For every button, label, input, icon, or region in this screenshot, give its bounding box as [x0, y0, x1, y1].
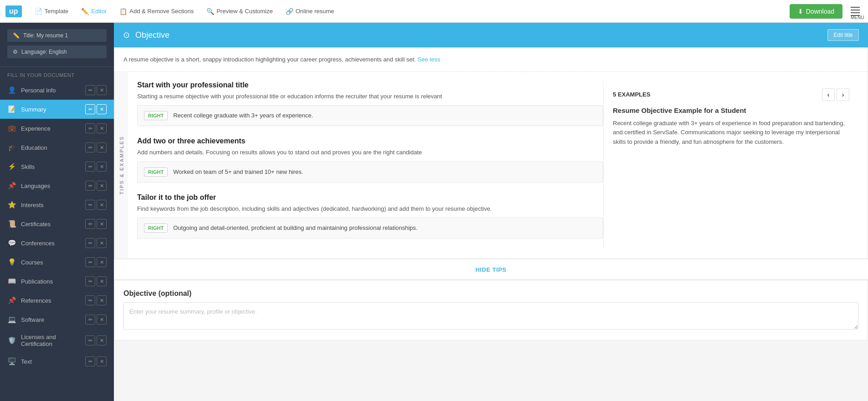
- tip-1-right-text: Recent college graduate with 3+ years of…: [173, 111, 313, 120]
- language-button[interactable]: ⚙ Language: English: [7, 46, 107, 58]
- preview-icon: 🔍: [206, 8, 214, 15]
- references-remove[interactable]: ✕: [97, 295, 107, 305]
- template-icon: 📄: [35, 8, 42, 15]
- references-edit[interactable]: ✏: [85, 295, 95, 305]
- education-edit[interactable]: ✏: [85, 142, 95, 152]
- references-actions: ✏ ✕: [85, 295, 107, 305]
- summary-edit[interactable]: ✏: [85, 104, 95, 114]
- nav-items: 📄 Template ✏️ Editor 📋 Add & Remove Sect…: [29, 5, 790, 18]
- sidebar-item-personal-info[interactable]: 👤 Personal Info ✏ ✕: [0, 81, 114, 100]
- tip-block-1: Start with your professional title Start…: [137, 81, 603, 127]
- nav-right: ⬇ Download MENU: [790, 4, 863, 19]
- education-icon: 🎓: [7, 143, 16, 152]
- tip-2-example: RIGHT Worked on team of 5+ and trained 1…: [137, 162, 603, 183]
- sidebar-item-publications[interactable]: 📖 Publications ✏ ✕: [0, 272, 114, 291]
- experience-remove[interactable]: ✕: [97, 123, 107, 133]
- examples-count: 5 EXAMPLES: [613, 91, 650, 98]
- examples-prev-button[interactable]: ‹: [822, 88, 835, 101]
- experience-icon: 💼: [7, 124, 16, 132]
- courses-actions: ✏ ✕: [85, 257, 107, 267]
- education-remove[interactable]: ✕: [97, 142, 107, 152]
- licenses-remove[interactable]: ✕: [97, 335, 107, 345]
- examples-next-button[interactable]: ›: [837, 88, 849, 101]
- nav-template[interactable]: 📄 Template: [29, 5, 74, 18]
- nav-preview[interactable]: 🔍 Preview & Customize: [201, 5, 278, 18]
- skills-remove[interactable]: ✕: [97, 162, 107, 172]
- tips-section: A resume objective is a short, snappy in…: [114, 47, 868, 259]
- conferences-remove[interactable]: ✕: [97, 238, 107, 248]
- objective-icon: ⊙: [123, 30, 130, 40]
- text-edit[interactable]: ✏: [85, 356, 95, 366]
- section-title: Objective: [135, 30, 169, 40]
- certificates-actions: ✏ ✕: [85, 219, 107, 229]
- sidebar-item-certificates[interactable]: 📜 Certificates ✏ ✕: [0, 214, 114, 233]
- sidebar-item-skills[interactable]: ⚡ Skills ✏ ✕: [0, 157, 114, 176]
- tips-content: Start with your professional title Start…: [128, 72, 868, 259]
- sidebar-item-education[interactable]: 🎓 Education ✏ ✕: [0, 138, 114, 157]
- download-icon: ⬇: [798, 8, 803, 15]
- skills-edit[interactable]: ✏: [85, 162, 95, 172]
- interests-remove[interactable]: ✕: [97, 200, 107, 210]
- download-button[interactable]: ⬇ Download: [790, 4, 842, 19]
- sidebar-item-interests[interactable]: ⭐ Interests ✏ ✕: [0, 195, 114, 214]
- tip-2-title: Add two or three achievements: [137, 137, 603, 145]
- tip-3-title: Tailor it to the job offer: [137, 193, 603, 202]
- personal-info-edit[interactable]: ✏: [85, 85, 95, 95]
- licenses-actions: ✏ ✕: [85, 335, 107, 345]
- sidebar-item-licenses[interactable]: 🛡️ Licenses and Certification ✏ ✕: [0, 329, 114, 352]
- languages-actions: ✏ ✕: [85, 181, 107, 191]
- nav-online-resume[interactable]: 🔗 Online resume: [280, 5, 340, 18]
- publications-remove[interactable]: ✕: [97, 276, 107, 286]
- sidebar-item-software[interactable]: 💻 Software ✏ ✕: [0, 310, 114, 329]
- experience-actions: ✏ ✕: [85, 123, 107, 133]
- sidebar-item-references[interactable]: 📌 References ✏ ✕: [0, 291, 114, 310]
- sidebar-item-experience[interactable]: 💼 Experience ✏ ✕: [0, 119, 114, 138]
- conferences-edit[interactable]: ✏: [85, 238, 95, 248]
- nav-add-remove[interactable]: 📋 Add & Remove Sections: [114, 5, 199, 18]
- text-remove[interactable]: ✕: [97, 356, 107, 366]
- languages-remove[interactable]: ✕: [97, 181, 107, 191]
- tip-1-title: Start with your professional title: [137, 81, 603, 89]
- sidebar-item-conferences[interactable]: 💬 Conferences ✏ ✕: [0, 233, 114, 253]
- references-icon: 📌: [7, 296, 16, 305]
- publications-edit[interactable]: ✏: [85, 276, 95, 286]
- sidebar-item-languages[interactable]: 📌 Languages ✏ ✕: [0, 176, 114, 195]
- sidebar-top: ✏️ Title: My resume 1 ⚙ Language: Englis…: [0, 23, 114, 67]
- languages-edit[interactable]: ✏: [85, 181, 95, 191]
- hide-tips-button[interactable]: HIDE TIPS: [475, 266, 506, 273]
- tip-block-3: Tailor it to the job offer Find keywords…: [137, 193, 603, 239]
- globe-icon: ⚙: [13, 49, 18, 55]
- certificates-edit[interactable]: ✏: [85, 219, 95, 229]
- summary-remove[interactable]: ✕: [97, 104, 107, 114]
- software-edit[interactable]: ✏: [85, 315, 95, 325]
- objective-section: Objective (optional): [114, 280, 868, 340]
- edit-title-button[interactable]: Edit title: [827, 29, 859, 41]
- tip-1-right-badge: RIGHT: [144, 111, 168, 120]
- personal-info-actions: ✏ ✕: [85, 85, 107, 95]
- online-resume-icon: 🔗: [286, 8, 293, 15]
- courses-remove[interactable]: ✕: [97, 257, 107, 267]
- hide-tips-bar: HIDE TIPS: [114, 259, 868, 280]
- see-less-link[interactable]: See less: [417, 56, 440, 63]
- experience-edit[interactable]: ✏: [85, 123, 95, 133]
- software-remove[interactable]: ✕: [97, 315, 107, 325]
- tip-3-right-text: Outgoing and detail-oriented, proficient…: [173, 223, 417, 233]
- nav-editor[interactable]: ✏️ Editor: [76, 5, 112, 18]
- courses-edit[interactable]: ✏: [85, 257, 95, 267]
- certificates-icon: 📜: [7, 220, 16, 228]
- title-button[interactable]: ✏️ Title: My resume 1: [7, 29, 107, 42]
- tip-2-desc: Add numbers and details. Focusing on res…: [137, 148, 603, 157]
- skills-actions: ✏ ✕: [85, 162, 107, 172]
- logo[interactable]: up: [5, 5, 22, 17]
- main-content: ⊙ Objective Edit title A resume objectiv…: [114, 23, 868, 401]
- menu-button[interactable]: MENU: [848, 4, 863, 19]
- sidebar-item-text[interactable]: 🖥️ Text ✏ ✕: [0, 352, 114, 371]
- personal-info-remove[interactable]: ✕: [97, 85, 107, 95]
- tip-2-right-text: Worked on team of 5+ and trained 10+ new…: [173, 168, 303, 177]
- sidebar-item-summary[interactable]: 📝 Summary ✏ ✕: [0, 100, 114, 119]
- certificates-remove[interactable]: ✕: [97, 219, 107, 229]
- licenses-edit[interactable]: ✏: [85, 335, 95, 345]
- interests-edit[interactable]: ✏: [85, 200, 95, 210]
- objective-textarea[interactable]: [123, 302, 858, 330]
- sidebar-item-courses[interactable]: 💡 Courses ✏ ✕: [0, 253, 114, 272]
